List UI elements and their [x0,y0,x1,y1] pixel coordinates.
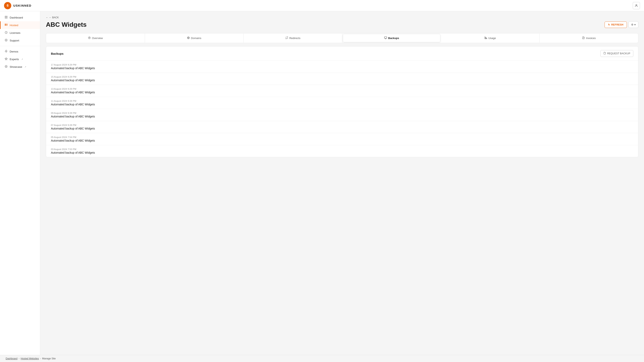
backup-name-5: Automated backup of ABC Widgets [51,127,633,130]
backup-date-2: 13 August 2024 9:29 PM [51,88,633,90]
breadcrumb-dashboard[interactable]: Dashboard [6,357,18,360]
backups-card-title: Backups [51,52,64,55]
backup-date-5: 07 August 2024 9:28 PM [51,124,633,126]
backup-row-3[interactable]: 11 August 2024 9:28 PM Automated backup … [46,97,638,109]
svg-rect-22 [484,37,485,39]
refresh-icon: ↻ [608,23,610,26]
sidebar-label-showcase: Showcase [10,65,22,68]
tab-usage[interactable]: Usage [441,33,540,43]
backup-date-1: 15 August 2024 9:29 PM [51,76,633,78]
refresh-label: REFRESH [611,23,624,26]
sidebar-label-hosted: Hosted [10,24,18,27]
request-backup-label: REQUEST BACKUP [607,52,630,55]
gear-dropdown-icon: ▾ [634,23,636,26]
user-avatar-button[interactable] [633,2,640,9]
main-layout: Dashboard Hosted Licenses Support Demos [0,11,644,355]
back-link[interactable]: ← ← BACK [46,16,638,19]
tab-overview-label: Overview [92,37,103,40]
showcase-icon [5,65,8,69]
dashboard-icon [5,16,8,19]
showcase-external-icon: ↗ [24,66,26,68]
licenses-icon [5,31,8,34]
request-backup-button[interactable]: REQUEST BACKUP [600,50,633,57]
svg-point-10 [5,39,7,41]
sidebar-label-experts: Experts [10,58,19,61]
top-header: 6 USKINNED [0,0,644,11]
svg-rect-3 [5,17,6,18]
sidebar-item-support[interactable]: Support [0,37,40,44]
backup-row-2[interactable]: 13 August 2024 9:29 PM Automated backup … [46,85,638,97]
back-label: ← BACK [49,16,59,19]
backup-name-4: Automated backup of ABC Widgets [51,115,633,118]
backup-date-0: 17 August 2024 9:29 PM [51,63,633,66]
sidebar-label-dashboard: Dashboard [10,16,23,19]
logo-area: 6 USKINNED [4,2,32,9]
content-area: ← ← BACK ABC Widgets ↻ REFRESH ⚙ ▾ [40,11,644,355]
backup-row-7[interactable]: 03 August 2024 7:53 PM Automated backup … [46,145,638,157]
sidebar-label-demos: Demos [10,50,18,53]
svg-point-14 [6,66,7,67]
sidebar-item-experts[interactable]: Experts ↗ [0,55,40,63]
svg-rect-1 [5,16,6,17]
tab-backups[interactable]: Backups [343,34,440,42]
backup-date-7: 03 August 2024 7:53 PM [51,148,633,150]
breadcrumb-manage-site: Manage Site [42,357,56,360]
gear-button[interactable]: ⚙ ▾ [628,21,638,28]
svg-point-7 [5,24,6,24]
tab-invoices-label: Invoices [586,37,596,40]
svg-point-16 [89,37,90,38]
backup-date-6: 05 August 2024 7:54 PM [51,136,633,138]
sidebar-label-licenses: Licenses [10,31,20,34]
svg-point-13 [5,65,7,67]
page-header: ABC Widgets ↻ REFRESH ⚙ ▾ [46,21,638,28]
support-icon [5,39,8,42]
backup-name-1: Automated backup of ABC Widgets [51,79,633,82]
sidebar-item-showcase[interactable]: Showcase ↗ [0,63,40,71]
backup-row-4[interactable]: 09 August 2024 9:28 PM Automated backup … [46,109,638,121]
backup-row-6[interactable]: 05 August 2024 7:54 PM Automated backup … [46,133,638,145]
tabs-bar: Overview Domains Redirects Backups [46,33,638,43]
backups-card: Backups REQUEST BACKUP 17 August 2024 9:… [46,46,638,157]
svg-rect-4 [6,17,7,18]
backup-name-2: Automated backup of ABC Widgets [51,91,633,94]
svg-marker-12 [5,50,7,52]
demos-icon [5,50,8,53]
sidebar-item-dashboard[interactable]: Dashboard [0,14,40,21]
overview-tab-icon [88,36,91,40]
breadcrumb: Dashboard › Hosted Websites › Manage Sit… [0,355,644,362]
sidebar-item-hosted[interactable]: Hosted [0,21,40,29]
backup-name-0: Automated backup of ABC Widgets [51,66,633,70]
svg-point-8 [5,25,6,25]
backup-row-1[interactable]: 15 August 2024 9:29 PM Automated backup … [46,73,638,85]
breadcrumb-sep-1: › [19,357,20,360]
experts-external-icon: ↗ [21,58,23,60]
page-title: ABC Widgets [46,21,86,28]
breadcrumb-sep-2: › [40,357,41,360]
backup-name-7: Automated backup of ABC Widgets [51,151,633,154]
logo-text: USKINNED [13,4,32,7]
breadcrumb-hosted-websites[interactable]: Hosted Websites [21,357,39,360]
svg-rect-2 [6,16,7,17]
svg-rect-21 [384,37,387,38]
backup-name-3: Automated backup of ABC Widgets [51,103,633,106]
sidebar: Dashboard Hosted Licenses Support Demos [0,11,40,355]
backup-name-6: Automated backup of ABC Widgets [51,139,633,142]
tab-domains[interactable]: Domains [145,33,244,43]
tab-backups-label: Backups [388,37,399,40]
backup-row-0[interactable]: 17 August 2024 9:29 PM Automated backup … [46,61,638,73]
invoices-tab-icon [582,36,585,40]
tab-overview[interactable]: Overview [46,33,145,43]
header-actions: ↻ REFRESH ⚙ ▾ [604,21,638,28]
sidebar-item-licenses[interactable]: Licenses [0,29,40,37]
svg-point-0 [636,4,637,6]
usage-tab-icon [484,36,487,40]
refresh-button[interactable]: ↻ REFRESH [604,21,627,28]
tab-domains-label: Domains [191,37,201,40]
tab-invoices[interactable]: Invoices [540,33,638,43]
tab-usage-label: Usage [488,37,496,40]
backup-date-3: 11 August 2024 9:28 PM [51,100,633,102]
backup-row-5[interactable]: 07 August 2024 9:28 PM Automated backup … [46,121,638,133]
sidebar-item-demos[interactable]: Demos [0,48,40,55]
backups-card-header: Backups REQUEST BACKUP [46,46,638,61]
tab-redirects[interactable]: Redirects [244,33,342,43]
